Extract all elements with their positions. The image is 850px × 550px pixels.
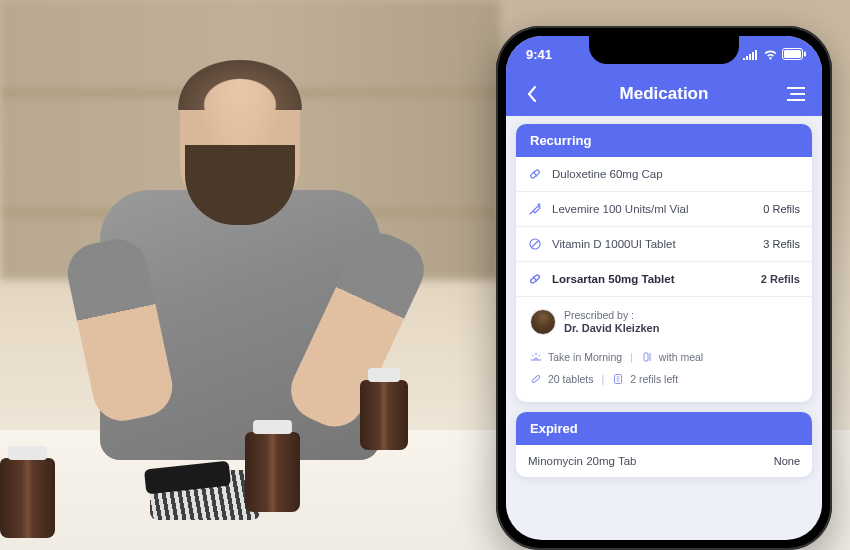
medication-refills: None bbox=[774, 455, 800, 467]
medication-name: Lorsartan 50mg Tablet bbox=[552, 273, 751, 285]
pill-bottle bbox=[0, 458, 55, 538]
expired-card: Expired Minomycin 20mg Tab None bbox=[516, 412, 812, 477]
separator: | bbox=[600, 373, 607, 385]
separator: | bbox=[628, 351, 635, 363]
doctor-name: Dr. David Kleizken bbox=[564, 322, 659, 336]
sunrise-icon bbox=[530, 351, 542, 363]
battery-icon bbox=[782, 48, 806, 60]
pill-icon bbox=[530, 373, 542, 385]
medication-name: Minomycin 20mg Tab bbox=[528, 455, 764, 467]
medication-name: Vitamin D 1000UI Tablet bbox=[552, 238, 753, 250]
phone-device-frame: 9:41 Medication bbox=[496, 26, 832, 550]
medication-detail: Prescribed by : Dr. David Kleizken Take … bbox=[516, 297, 812, 402]
pill-bottle bbox=[245, 432, 300, 512]
prescriber-row: Prescribed by : Dr. David Kleizken bbox=[528, 305, 800, 346]
refill-icon bbox=[612, 373, 624, 385]
doctor-avatar bbox=[530, 309, 556, 335]
recurring-card: Recurring Duloxetine 60mg Cap Levemire 1… bbox=[516, 124, 812, 402]
quantity-text: 20 tablets bbox=[548, 373, 594, 385]
quantity-line: 20 tablets | 2 refils left bbox=[528, 368, 800, 390]
svg-line-6 bbox=[532, 241, 539, 248]
tablet-icon bbox=[528, 237, 542, 251]
signal-icon bbox=[743, 49, 759, 60]
capsule-icon bbox=[528, 167, 542, 181]
medication-row[interactable]: Levemire 100 Units/ml Vial 0 Refils bbox=[516, 192, 812, 227]
syringe-icon bbox=[528, 202, 542, 216]
pill-bottle bbox=[360, 380, 408, 450]
svg-rect-2 bbox=[804, 52, 806, 57]
medication-row[interactable]: Duloxetine 60mg Cap bbox=[516, 157, 812, 192]
medication-refills: 0 Refils bbox=[763, 203, 800, 215]
medication-name: Duloxetine 60mg Cap bbox=[552, 168, 790, 180]
meal-icon bbox=[641, 351, 653, 363]
svg-rect-10 bbox=[532, 375, 541, 383]
medication-refills: 2 Refils bbox=[761, 273, 800, 285]
wifi-icon bbox=[763, 49, 778, 60]
expired-header: Expired bbox=[516, 412, 812, 445]
timing-line: Take in Morning | with meal bbox=[528, 346, 800, 368]
medication-refills: 3 Refils bbox=[763, 238, 800, 250]
medication-row[interactable]: Vitamin D 1000UI Tablet 3 Refils bbox=[516, 227, 812, 262]
meal-text: with meal bbox=[659, 351, 703, 363]
title-bar: Medication bbox=[506, 72, 822, 116]
page-title: Medication bbox=[544, 84, 784, 104]
recurring-header: Recurring bbox=[516, 124, 812, 157]
phone-screen: 9:41 Medication bbox=[506, 36, 822, 540]
scroll-content[interactable]: Recurring Duloxetine 60mg Cap Levemire 1… bbox=[506, 116, 822, 495]
medication-row-selected[interactable]: Lorsartan 50mg Tablet 2 Refils bbox=[516, 262, 812, 297]
svg-line-4 bbox=[533, 172, 537, 177]
capsule-icon bbox=[528, 272, 542, 286]
menu-button[interactable] bbox=[784, 82, 808, 106]
medication-name: Levemire 100 Units/ml Vial bbox=[552, 203, 753, 215]
svg-rect-1 bbox=[784, 50, 801, 58]
svg-rect-9 bbox=[644, 353, 648, 361]
refills-left-text: 2 refils left bbox=[630, 373, 678, 385]
back-button[interactable] bbox=[520, 82, 544, 106]
svg-line-8 bbox=[533, 277, 537, 282]
timing-text: Take in Morning bbox=[548, 351, 622, 363]
status-time: 9:41 bbox=[526, 47, 552, 62]
prescribed-by-label: Prescribed by : bbox=[564, 309, 659, 322]
medication-row[interactable]: Minomycin 20mg Tab None bbox=[516, 445, 812, 477]
phone-notch bbox=[589, 36, 739, 64]
man-figure bbox=[80, 60, 400, 480]
